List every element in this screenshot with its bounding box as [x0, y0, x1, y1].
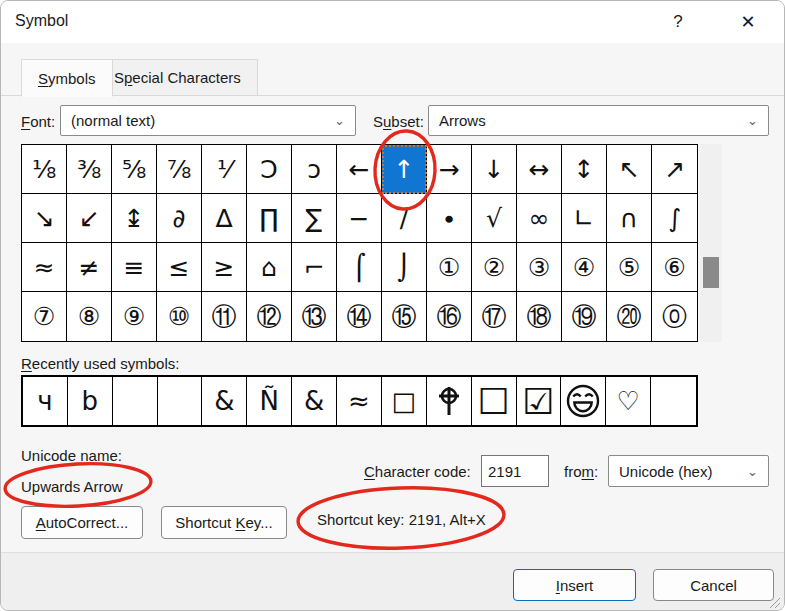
symbol-cell[interactable]: ↗ [652, 145, 697, 194]
symbol-cell[interactable]: ⑪ [202, 292, 247, 341]
symbol-grid-scrollbar[interactable] [700, 144, 722, 342]
recent-symbol-cell[interactable] [561, 377, 606, 425]
shortcut-key-button[interactable]: Shortcut Key... [161, 506, 287, 539]
symbol-cell[interactable]: ↓ [472, 145, 517, 194]
symbol-cell[interactable]: ≤ [157, 243, 202, 292]
symbol-cell[interactable]: ∂ [157, 194, 202, 243]
tab-special-characters-label: Special Characters [114, 69, 241, 86]
symbol-cell[interactable]: ↔ [517, 145, 562, 194]
symbol-cell[interactable]: ⑬ [292, 292, 337, 341]
symbol-cell[interactable]: ↄ [292, 145, 337, 194]
symbol-cell[interactable]: ∏ [247, 194, 292, 243]
autocorrect-button[interactable]: AutoCorrect... [21, 506, 143, 539]
resize-grip[interactable] [767, 595, 781, 609]
from-label: from: [564, 463, 598, 480]
recent-symbol-cell[interactable] [651, 377, 696, 425]
symbol-cell[interactable]: ⑧ [67, 292, 112, 341]
symbol-cell[interactable]: ① [427, 243, 472, 292]
symbol-cell[interactable]: ⅛ [22, 145, 67, 194]
autocorrect-button-label: AutoCorrect... [36, 514, 129, 531]
symbol-cell[interactable]: √ [472, 194, 517, 243]
symbol-cell[interactable]: ⑱ [517, 292, 562, 341]
symbol-cell[interactable]: ← [337, 145, 382, 194]
tab-symbols[interactable]: Symbols [21, 59, 113, 97]
from-combobox[interactable]: Unicode (hex) ⌄ [608, 455, 769, 487]
symbol-cell[interactable]: ∑ [292, 194, 337, 243]
symbol-cell[interactable]: Ↄ [247, 145, 292, 194]
recent-symbol-cell[interactable] [158, 377, 203, 425]
recent-symbol-cell[interactable]: & [292, 377, 337, 425]
symbol-cell[interactable]: ≈ [22, 243, 67, 292]
recent-symbol-cell[interactable]: ☑ [517, 377, 562, 425]
recent-symbol-cell[interactable]: ♡ [606, 377, 651, 425]
shortcut-key-button-label: Shortcut Key... [175, 514, 272, 531]
tab-special-characters[interactable]: Special Characters [97, 59, 258, 96]
symbol-cell[interactable]: ∩ [607, 194, 652, 243]
close-icon[interactable]: ✕ [733, 7, 763, 37]
symbol-cell[interactable]: ⑫ [247, 292, 292, 341]
subset-label: Subset: [373, 113, 424, 130]
symbol-cell[interactable]: ∟ [562, 194, 607, 243]
symbol-cell[interactable]: ③ [517, 243, 562, 292]
recent-symbol-cell[interactable]: ☐ [472, 377, 517, 425]
symbol-cell[interactable]: ∙ [427, 194, 472, 243]
symbol-cell[interactable]: ⑲ [562, 292, 607, 341]
subset-combobox-value: Arrows [439, 112, 486, 129]
recent-symbol-cell[interactable]: □ [382, 377, 427, 425]
symbol-cell[interactable]: ⑨ [112, 292, 157, 341]
help-icon[interactable]: ? [663, 7, 693, 37]
symbol-cell[interactable]: ⑯ [427, 292, 472, 341]
symbol-cell[interactable]: ⑮ [382, 292, 427, 341]
symbol-cell[interactable]: ⑳ [607, 292, 652, 341]
symbol-cell[interactable]: ⌐ [292, 243, 337, 292]
cancel-button-label: Cancel [690, 577, 737, 594]
symbol-cell[interactable]: ⌂ [247, 243, 292, 292]
symbol-cell[interactable]: ⅞ [157, 145, 202, 194]
symbol-cell[interactable]: ∆ [202, 194, 247, 243]
symbol-cell[interactable]: ⑤ [607, 243, 652, 292]
symbol-cell[interactable]: ⑩ [157, 292, 202, 341]
symbol-cell[interactable]: ⅝ [112, 145, 157, 194]
symbol-cell[interactable]: ↘ [22, 194, 67, 243]
font-combobox[interactable]: (normal text) ⌄ [60, 105, 356, 136]
symbol-cell[interactable]: ∫ [652, 194, 697, 243]
symbol-cell[interactable]: ≠ [67, 243, 112, 292]
symbol-cell[interactable]: ⑥ [652, 243, 697, 292]
recent-symbol-cell[interactable]: ч [23, 377, 68, 425]
character-code-input[interactable] [481, 455, 549, 487]
symbol-cell[interactable]: ⅟ [202, 145, 247, 194]
subset-combobox[interactable]: Arrows ⌄ [428, 105, 769, 136]
symbol-cell[interactable]: ⑭ [337, 292, 382, 341]
recent-symbol-cell[interactable]: ≈ [337, 377, 382, 425]
symbol-cell-selected[interactable]: ↑ [382, 145, 427, 194]
scrollbar-thumb[interactable] [703, 257, 719, 288]
symbol-cell[interactable]: ⌡ [382, 243, 427, 292]
symbol-cell[interactable]: ↖ [607, 145, 652, 194]
symbol-dialog: Symbol ? ✕ Symbols Special Characters Fo… [0, 0, 785, 611]
symbol-cell[interactable]: ∞ [517, 194, 562, 243]
symbol-cell[interactable]: ⌠ [337, 243, 382, 292]
recent-symbol-cell[interactable]: Ñ [247, 377, 292, 425]
cancel-button[interactable]: Cancel [653, 569, 774, 601]
symbol-cell[interactable]: → [427, 145, 472, 194]
symbol-cell[interactable]: ⓪ [652, 292, 697, 341]
symbol-cell[interactable]: ② [472, 243, 517, 292]
symbol-cell[interactable]: − [337, 194, 382, 243]
symbol-cell[interactable]: ≥ [202, 243, 247, 292]
symbol-cell[interactable]: ⑰ [472, 292, 517, 341]
recent-symbol-cell[interactable]: & [202, 377, 247, 425]
symbol-cell[interactable]: ∕ [382, 194, 427, 243]
unicode-name-label: Unicode name: [21, 447, 122, 464]
symbol-cell[interactable]: ↨ [112, 194, 157, 243]
chevron-down-icon: ⌄ [747, 464, 758, 479]
symbol-cell[interactable]: ⑦ [22, 292, 67, 341]
recent-symbol-cell[interactable]: b [68, 377, 113, 425]
symbol-cell[interactable]: ④ [562, 243, 607, 292]
symbol-cell[interactable]: ↙ [67, 194, 112, 243]
symbol-cell[interactable]: ⅜ [67, 145, 112, 194]
recent-symbol-cell[interactable] [427, 377, 472, 425]
symbol-cell[interactable]: ↕ [562, 145, 607, 194]
insert-button[interactable]: Insert [513, 569, 636, 601]
symbol-cell[interactable]: ≡ [112, 243, 157, 292]
recent-symbol-cell[interactable] [113, 377, 158, 425]
